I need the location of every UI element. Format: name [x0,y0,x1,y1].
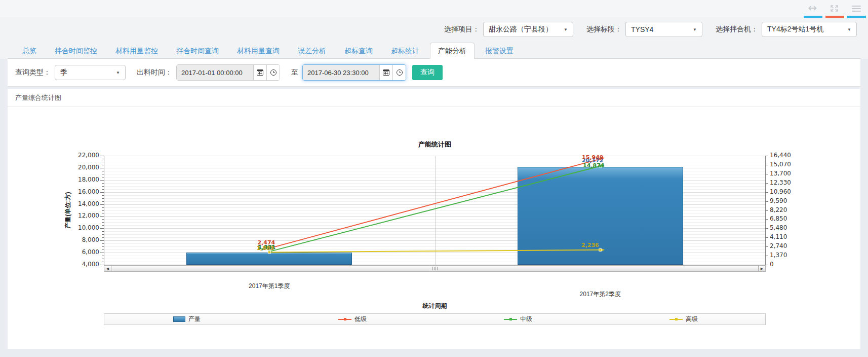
end-calendar-button[interactable] [379,65,392,80]
y-axis-tick [100,240,104,241]
y-axis-tick-label: 14,000 [68,200,99,207]
y-axis-tick [100,156,104,156]
tab-item[interactable]: 材料用量监控 [108,43,166,58]
tab-item[interactable]: 报警设置 [478,43,521,58]
clock-icon [397,69,403,76]
tab-strip-segment[interactable] [825,16,844,18]
y-axis-tick-label: 20,000 [68,164,99,171]
secondary-y-axis-tick-label: 12,330 [770,179,791,186]
caret-down-icon: ▼ [693,27,697,32]
chart-panel: 产量综合统计图 产能统计图 产量(单位:方) 统计周期 ◀ ▶ 4,0006,0… [8,89,860,349]
line-series-layer [104,156,766,265]
pan-horizontal-icon[interactable]: ↔ [808,3,817,14]
tab-item[interactable]: 材料用量查询 [229,43,287,58]
legend-item[interactable]: 中级 [504,314,532,325]
tab-item[interactable]: 超标查询 [337,43,380,58]
y-axis-tick-label: 10,000 [68,224,99,231]
legend-label: 中级 [520,315,532,324]
chart-title: 产能统计图 [104,140,766,149]
secondary-y-axis-tick-label: 4,110 [770,233,787,240]
series-line-2[interactable] [269,166,601,252]
y-axis-tick [100,253,104,253]
point-value-label: 14,874 [583,162,604,169]
search-button[interactable]: 查询 [412,65,443,80]
window-topbar: ↔ [0,0,868,17]
secondary-y-axis-tick-label: 6,850 [770,215,787,222]
series-line-1[interactable] [269,159,601,248]
legend-item[interactable]: 低级 [338,314,367,325]
mixer-select[interactable]: TY4标2号站1号机 ▼ [762,22,857,37]
x-axis-title: 统计周期 [104,302,766,310]
section-select[interactable]: TYSY4 ▼ [625,22,702,37]
legend-item[interactable]: 产量 [173,314,201,325]
project-filter-group: 选择项目： 甜永公路（宁县段） ▼ [444,22,573,37]
start-time-group [176,64,280,81]
y-axis-tick-label: 12,000 [68,212,99,219]
menu-icon[interactable] [852,6,861,12]
tab-item[interactable]: 误差分析 [290,43,334,58]
project-select[interactable]: 甜永公路（宁县段） ▼ [483,22,573,37]
y-axis-tick [100,228,104,229]
tab-bar: 总览拌合时间监控材料用量监控拌合时间查询材料用量查询误差分析超标查询超标统计产能… [8,43,860,59]
point-value-label: 15,949 [582,154,603,161]
x-axis-label: 2017年第2季度 [580,290,621,299]
tab-strip-segment[interactable] [804,16,822,18]
legend-label: 低级 [354,315,367,324]
section-filter-group: 选择标段： TYSY4 ▼ [586,22,702,37]
tab-item[interactable]: 超标统计 [383,43,427,58]
tab-item[interactable]: 产能分析 [430,43,475,59]
section-select-value: TYSY4 [631,25,653,33]
browser-tab-strip [804,16,866,18]
data-point-marker[interactable] [599,248,602,251]
fullscreen-icon[interactable] [830,5,839,12]
query-type-select[interactable]: 季 ▼ [55,65,126,80]
mixer-select-value: TY4标2号站1号机 [767,25,823,34]
calendar-icon [257,69,263,76]
legend-label: 产量 [188,315,201,324]
window-controls: ↔ [808,3,861,14]
scrollbar-thumb[interactable] [111,266,759,271]
scrollbar-left-button[interactable]: ◀ [104,266,111,271]
secondary-y-axis-tick-label: 1,370 [770,252,787,259]
start-clock-button[interactable] [266,65,280,80]
series-line-3[interactable] [269,250,601,253]
caret-down-icon: ▼ [564,27,568,32]
legend-item[interactable]: 高级 [669,314,698,325]
y-axis-tick-label: 22,000 [68,152,99,159]
caret-down-icon: ▼ [116,70,120,75]
project-label: 选择项目： [444,25,480,34]
query-row: 查询类型： 季 ▼ 出料时间： 至 查询 [8,59,860,86]
scrollbar-grip [432,267,438,270]
tab-item[interactable]: 拌合时间监控 [47,43,105,58]
end-time-group [302,64,406,81]
end-time-input[interactable] [303,65,379,80]
start-time-input[interactable] [177,65,253,80]
filter-bar: 选择项目： 甜永公路（宁县段） ▼ 选择标段： TYSY4 ▼ 选择拌合机： T… [431,21,857,38]
tab-item[interactable]: 拌合时间查询 [169,43,226,58]
tab-strip-segment[interactable] [847,16,866,18]
start-calendar-button[interactable] [253,65,266,80]
secondary-y-axis-tick-label: 15,070 [770,161,791,168]
legend-line-marker [509,318,512,320]
caret-down-icon: ▼ [847,27,851,32]
secondary-y-axis-tick-label: 0 [770,261,774,268]
scrollbar-right-button[interactable]: ▶ [758,266,765,271]
y-axis-tick-label: 8,000 [68,236,99,243]
y-axis-tick [100,192,104,193]
x-axis-label: 2017年第1季度 [249,282,290,291]
secondary-y-axis-tick-label: 2,740 [770,242,787,249]
chart-scrollbar[interactable]: ◀ ▶ [104,265,766,272]
bottom-axis-line [104,265,766,265]
end-clock-button[interactable] [392,65,406,80]
legend-swatch [173,316,185,322]
secondary-y-axis-tick-label: 8,220 [770,206,787,213]
secondary-y-axis-tick-label: 10,960 [770,188,791,195]
clock-icon [270,69,277,76]
y-axis-tick [100,265,104,265]
tab-item[interactable]: 总览 [15,43,44,58]
secondary-y-axis-tick-label: 16,440 [770,152,791,159]
y-axis-tick-label: 18,000 [68,176,99,183]
panel-title: 产量综合统计图 [8,89,860,107]
secondary-y-axis-tick-label: 9,590 [770,197,787,204]
mixer-filter-group: 选择拌合机： TY4标2号站1号机 ▼ [716,22,857,37]
